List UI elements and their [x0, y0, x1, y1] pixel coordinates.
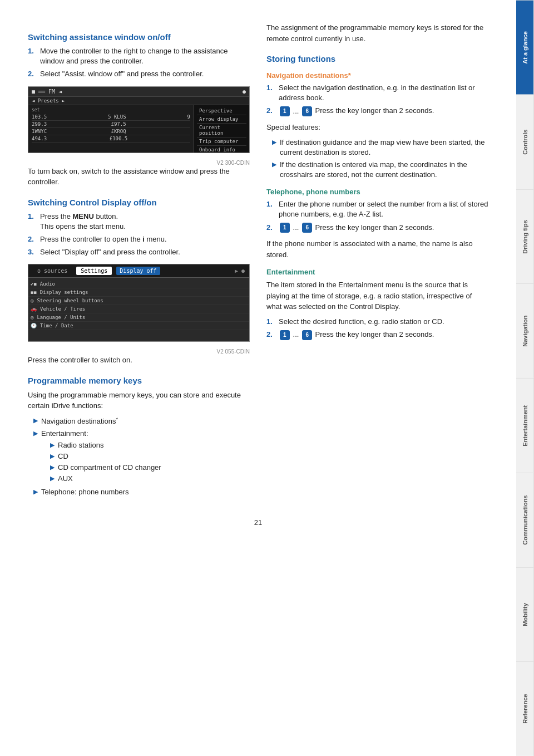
- bullet-arrow: ▶: [33, 416, 38, 427]
- station-row: 103.55 KLUS9: [32, 114, 190, 121]
- sub-arrow: ▶: [50, 463, 55, 473]
- sidebar-tab-label: Controls: [522, 130, 528, 155]
- sub-bullet-item: ▶ CD compartment of CD changer: [50, 463, 161, 473]
- step-text: 1 ... 6 Press the key longer than 2 seco…: [279, 330, 488, 340]
- key-6-badge: 6: [302, 223, 312, 233]
- bullet-text: Navigation destinations*: [41, 416, 118, 427]
- special-features-label: Special features:: [266, 122, 488, 133]
- set-label: set: [32, 107, 190, 112]
- control-note: Press the controller to switch on.: [28, 355, 250, 366]
- sub-arrow: ▶: [50, 452, 55, 462]
- section-programmable-keys: Programmable memory keys Using the progr…: [28, 376, 250, 498]
- step-text: Select the navigation destination, e.g. …: [279, 83, 488, 103]
- step-item: 2. Select "Assist. window off" and press…: [28, 69, 250, 79]
- sidebar-tab-entertainment[interactable]: Entertainment: [516, 378, 534, 473]
- language-icon: ◎: [31, 315, 33, 320]
- entertainment-text: The item stored in the Entertainment men…: [266, 279, 488, 312]
- assignment-note: The assignment of the programmable memor…: [266, 22, 488, 44]
- step-text: 1 ... 6 Press the key longer than 2 seco…: [279, 106, 488, 116]
- key-6-badge: 6: [302, 330, 312, 340]
- sub-arrow: ▶: [50, 474, 55, 484]
- step-text: Move the controller to the right to chan…: [40, 46, 250, 66]
- step-item: 2. Press the controller to open the i me…: [28, 234, 250, 244]
- time-icon: 🕐: [31, 323, 37, 328]
- menu-arrow: ▶ ●: [235, 268, 245, 274]
- key-6-badge: 6: [302, 106, 312, 116]
- right-column: The assignment of the programmable memor…: [266, 22, 488, 502]
- station-row: 1WNYC£KROQ: [32, 128, 190, 135]
- left-column: Switching assistance window on/off 1. Mo…: [28, 22, 250, 502]
- menu-top-bar: o sources Settings Display off ▶ ●: [28, 264, 249, 278]
- menu-item-vehicle: 🚗Vehicle / Tires: [28, 305, 249, 313]
- bullet-item: ▶ If the destination is entered via map,…: [266, 160, 488, 180]
- ellipsis: ...: [293, 223, 299, 233]
- sidebar-tab-communications[interactable]: Communications: [516, 473, 534, 567]
- radio-stations: set 103.55 KLUS9 299.3£97.5 1WNYC£KROQ: [28, 105, 194, 153]
- step-text: Press the MENU button.This opens the sta…: [40, 212, 250, 232]
- sub-bullet-item: ▶ AUX: [50, 474, 161, 484]
- radio-screenshot: ■ ══ FM ◄ ● ◄ Presets ► set 103.55: [28, 86, 250, 153]
- step-number: 1.: [266, 83, 276, 103]
- nav-destinations-heading: Navigation destinations*: [266, 71, 488, 80]
- bullet-text: If destination guidance and the map view…: [280, 138, 488, 158]
- radio-content: set 103.55 KLUS9 299.3£97.5 1WNYC£KROQ: [28, 105, 249, 153]
- menu-items-list: ✔◼Audio ◼◼Display settings ◎Steering whe…: [28, 278, 249, 332]
- sidebar-tab-label: Mobility: [522, 603, 528, 626]
- sub-arrow: ▶: [50, 441, 55, 450]
- sidebar-tab-reference[interactable]: Reference: [516, 661, 534, 756]
- step-number: 3.: [28, 247, 38, 257]
- sidebar-tab-navigation[interactable]: Navigation: [516, 283, 534, 378]
- bullet-text: Telephone: phone numbers: [41, 487, 129, 497]
- telephone-steps: 1. Enter the phone number or select the …: [266, 199, 488, 233]
- step-item: 1. Select the desired function, e.g. rad…: [266, 317, 488, 327]
- sidebar-tab-controls[interactable]: Controls: [516, 95, 534, 189]
- step-number: 1.: [28, 212, 38, 232]
- screenshot-note: V2 300-CDIN: [28, 160, 250, 166]
- menu-item-audio: ✔◼Audio: [28, 280, 249, 288]
- key-1-badge: 1: [280, 106, 290, 116]
- bullet-arrow: ▶: [33, 429, 38, 485]
- menu-item: Onboard info: [197, 146, 246, 153]
- bullet-item: ▶ Entertainment: ▶ Radio stations ▶: [28, 429, 250, 485]
- screenshot-note2: V2 055-CDIN: [28, 348, 250, 355]
- sidebar-tab-label: Reference: [522, 694, 528, 724]
- telephone-heading: Telephone, phone numbers: [266, 188, 488, 196]
- menu-item: Trip computer: [197, 138, 246, 146]
- step-item: 2. 1 ... 6 Press the key longer than 2 s…: [266, 106, 488, 116]
- bullet-arrow: ▶: [272, 138, 276, 158]
- bullet-arrow: ▶: [33, 488, 38, 497]
- display-icon: ◼◼: [31, 289, 37, 295]
- step-number: 2.: [28, 234, 38, 244]
- sidebar-tab-label: At a glance: [522, 31, 528, 64]
- sub-text: CD: [58, 451, 68, 462]
- menu-item: Perspective: [197, 107, 246, 115]
- entertainment-sublist: ▶ Radio stations ▶ CD ▶: [41, 440, 161, 484]
- menu-item-display: ◼◼Display settings: [28, 288, 249, 297]
- sidebar-tab-mobility[interactable]: Mobility: [516, 567, 534, 662]
- bullet-item: ▶ Navigation destinations*: [28, 416, 250, 427]
- control-steps: 1. Press the MENU button.This opens the …: [28, 212, 250, 258]
- sub-bullet-item: ▶ CD: [50, 451, 161, 462]
- sidebar-tab-at-a-glance[interactable]: At a glance: [516, 0, 534, 95]
- menu-screenshot: o sources Settings Display off ▶ ● ✔◼Aud…: [28, 264, 250, 342]
- section-control-display: Switching Control Display off/on 1. Pres…: [28, 198, 250, 366]
- special-features-list: ▶ If destination guidance and the map vi…: [266, 138, 488, 180]
- step-number: 2.: [266, 223, 276, 233]
- step-item: 1. Enter the phone number or select the …: [266, 199, 488, 219]
- programmable-keys-heading: Programmable memory keys: [28, 376, 250, 385]
- audio-icon: ✔◼: [31, 281, 37, 287]
- sub-text: Radio stations: [58, 440, 103, 450]
- bullet-text: If the destination is entered via map, t…: [280, 160, 488, 180]
- sub-bullet-item: ▶ Radio stations: [50, 440, 161, 450]
- sidebar-tab-driving-tips[interactable]: Driving tips: [516, 189, 534, 284]
- step-number: 2.: [28, 69, 38, 79]
- bullet-item: ▶ Telephone: phone numbers: [28, 487, 250, 497]
- vehicle-icon: 🚗: [31, 306, 37, 312]
- section-entertainment: Entertainment The item stored in the Ent…: [266, 268, 488, 340]
- menu-tab-settings: Settings: [76, 267, 112, 275]
- radio-top-bar: ■ ══ FM ◄ ●: [28, 87, 249, 97]
- radio-dot: ●: [243, 89, 246, 95]
- radio-menu: Perspective Arrow display Current positi…: [194, 105, 249, 153]
- sidebar-tab-label: Navigation: [522, 316, 528, 347]
- menu-item-language: ◎Language / Units: [28, 313, 249, 322]
